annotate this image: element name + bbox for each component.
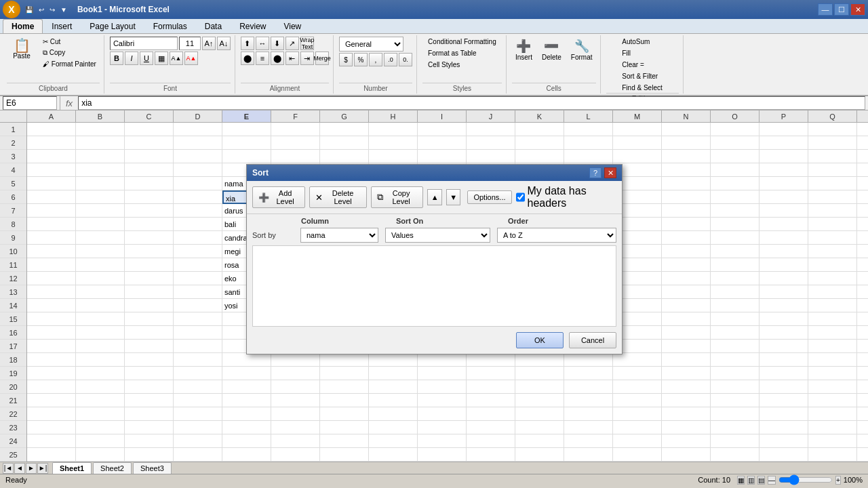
cell-a7[interactable] xyxy=(27,204,76,218)
cell-q12[interactable] xyxy=(808,272,857,285)
cell-r24[interactable] xyxy=(857,434,868,448)
cell-a9[interactable] xyxy=(27,231,76,245)
align-left-btn[interactable]: ⬤ xyxy=(241,52,254,65)
cell-d6[interactable] xyxy=(174,190,222,204)
cell-c9[interactable] xyxy=(125,231,174,245)
col-header-h[interactable]: H xyxy=(369,110,418,122)
zoom-slider[interactable] xyxy=(778,474,833,485)
cell-e1[interactable] xyxy=(222,123,271,136)
cell-r7[interactable] xyxy=(857,204,868,218)
cell-j3[interactable] xyxy=(467,150,515,163)
copy-level-button[interactable]: ⧉ Copy Level xyxy=(371,186,423,208)
cell-g3[interactable] xyxy=(320,150,369,163)
col-header-a[interactable]: A xyxy=(27,110,76,122)
cell-a25[interactable] xyxy=(27,448,76,462)
cell-d25[interactable] xyxy=(174,448,222,462)
cell-n16[interactable] xyxy=(662,326,711,340)
cell-j22[interactable] xyxy=(467,407,515,421)
cell-f24[interactable] xyxy=(271,434,320,448)
cell-q8[interactable] xyxy=(808,218,857,231)
cell-e20[interactable] xyxy=(222,380,271,394)
cell-p12[interactable] xyxy=(760,272,808,285)
cell-b4[interactable] xyxy=(76,163,125,177)
cell-o14[interactable] xyxy=(711,299,760,312)
cell-q23[interactable] xyxy=(808,421,857,434)
cell-b22[interactable] xyxy=(76,407,125,421)
cell-b21[interactable] xyxy=(76,394,125,407)
cell-r23[interactable] xyxy=(857,421,868,434)
options-button[interactable]: Options... xyxy=(467,190,511,204)
cell-o18[interactable] xyxy=(711,353,760,367)
increase-decimal-btn[interactable]: .0 xyxy=(384,53,397,66)
zoom-out-btn[interactable]: — xyxy=(768,476,776,485)
cell-a6[interactable] xyxy=(27,190,76,204)
cell-i24[interactable] xyxy=(418,434,467,448)
cell-p25[interactable] xyxy=(760,448,808,462)
col-header-n[interactable]: N xyxy=(662,110,711,122)
cancel-button[interactable]: Cancel xyxy=(569,332,616,348)
cell-d15[interactable] xyxy=(174,312,222,326)
cell-l25[interactable] xyxy=(564,448,613,462)
cell-n13[interactable] xyxy=(662,285,711,299)
cell-n18[interactable] xyxy=(662,353,711,367)
cell-n6[interactable] xyxy=(662,190,711,204)
cell-c6[interactable] xyxy=(125,190,174,204)
delete-cells-btn[interactable]: ➖ Delete xyxy=(538,37,565,63)
cell-m22[interactable] xyxy=(613,407,662,421)
increase-font-btn[interactable]: A↑ xyxy=(202,37,216,50)
cell-c8[interactable] xyxy=(125,218,174,231)
increase-indent-btn[interactable]: ⇥ xyxy=(300,52,314,65)
col-header-d[interactable]: D xyxy=(174,110,222,122)
cell-a13[interactable] xyxy=(27,285,76,299)
cell-c3[interactable] xyxy=(125,150,174,163)
cell-a8[interactable] xyxy=(27,218,76,231)
tab-formulas[interactable]: Formulas xyxy=(144,19,196,33)
cell-c14[interactable] xyxy=(125,299,174,312)
cell-m20[interactable] xyxy=(613,380,662,394)
cell-h1[interactable] xyxy=(369,123,418,136)
cell-b17[interactable] xyxy=(76,340,125,353)
cell-d20[interactable] xyxy=(174,380,222,394)
cell-r17[interactable] xyxy=(857,340,868,353)
cell-o2[interactable] xyxy=(711,136,760,150)
cell-g20[interactable] xyxy=(320,380,369,394)
cell-p5[interactable] xyxy=(760,177,808,190)
cell-p18[interactable] xyxy=(760,353,808,367)
cell-a1[interactable] xyxy=(27,123,76,136)
cell-o15[interactable] xyxy=(711,312,760,326)
sheet-tab-sheet2[interactable]: Sheet2 xyxy=(93,462,132,474)
cell-styles-btn[interactable]: Cell Styles xyxy=(425,60,463,70)
cell-k23[interactable] xyxy=(515,421,564,434)
cell-a17[interactable] xyxy=(27,340,76,353)
cell-q14[interactable] xyxy=(808,299,857,312)
cell-n1[interactable] xyxy=(662,123,711,136)
cell-m3[interactable] xyxy=(613,150,662,163)
cell-d18[interactable] xyxy=(174,353,222,367)
cell-r5[interactable] xyxy=(857,177,868,190)
column-select[interactable]: nama xyxy=(300,228,378,243)
cell-i23[interactable] xyxy=(418,421,467,434)
cell-c19[interactable] xyxy=(125,367,174,380)
cell-l3[interactable] xyxy=(564,150,613,163)
cell-l2[interactable] xyxy=(564,136,613,150)
cell-g19[interactable] xyxy=(320,367,369,380)
cell-a19[interactable] xyxy=(27,367,76,380)
cell-b19[interactable] xyxy=(76,367,125,380)
tab-home[interactable]: Home xyxy=(3,19,43,33)
cell-i19[interactable] xyxy=(418,367,467,380)
cell-a3[interactable] xyxy=(27,150,76,163)
cell-b20[interactable] xyxy=(76,380,125,394)
cell-b7[interactable] xyxy=(76,204,125,218)
cell-r6[interactable] xyxy=(857,190,868,204)
cell-k21[interactable] xyxy=(515,394,564,407)
cell-q13[interactable] xyxy=(808,285,857,299)
move-level-up-button[interactable]: ▲ xyxy=(427,189,442,205)
format-as-table-btn[interactable]: Format as Table xyxy=(425,48,480,58)
view-normal-btn[interactable]: ▦ xyxy=(737,476,745,485)
cell-r18[interactable] xyxy=(857,353,868,367)
cell-o21[interactable] xyxy=(711,394,760,407)
cell-c20[interactable] xyxy=(125,380,174,394)
cell-o1[interactable] xyxy=(711,123,760,136)
cell-p24[interactable] xyxy=(760,434,808,448)
cell-p2[interactable] xyxy=(760,136,808,150)
